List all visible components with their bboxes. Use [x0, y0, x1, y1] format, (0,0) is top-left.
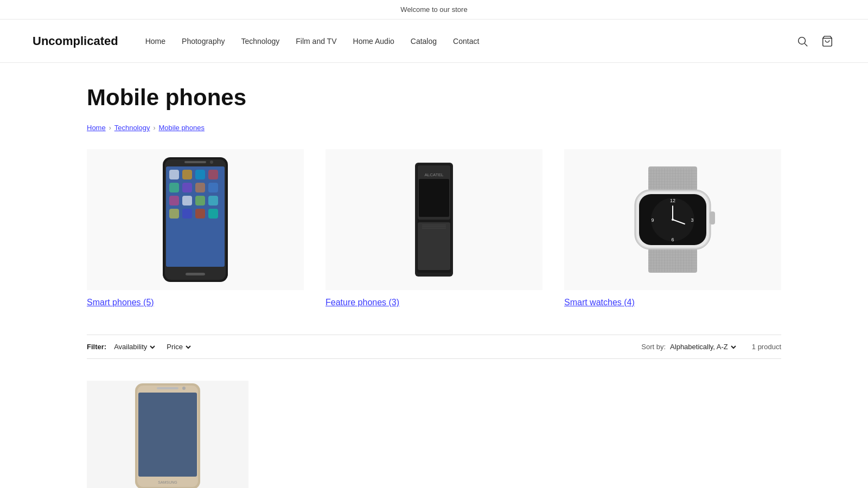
- category-featurephones: ALCATEL Feature phones (3): [326, 149, 542, 307]
- svg-text:12: 12: [670, 198, 675, 203]
- category-smartphones: Smart phones (5): [87, 149, 304, 307]
- chevron-down-icon-2: [185, 344, 192, 350]
- svg-rect-29: [419, 179, 449, 217]
- smartwatches-link[interactable]: Smart watches (4): [564, 298, 635, 307]
- sort-chevron-icon: [730, 344, 737, 350]
- smartwatches-image-wrapper: 12 3 6 9: [564, 149, 781, 290]
- sort-label: Sort by:: [641, 343, 666, 351]
- product-count: 1 product: [752, 343, 781, 351]
- availability-label: Availability: [114, 343, 147, 351]
- search-button[interactable]: [794, 33, 810, 49]
- svg-rect-7: [182, 170, 192, 179]
- smartphones-link[interactable]: Smart phones (5): [87, 298, 154, 307]
- breadcrumb: Home › Technology › Mobile phones: [87, 124, 781, 132]
- top-banner: Welcome to our store: [0, 0, 868, 20]
- cart-button[interactable]: [819, 33, 835, 49]
- svg-rect-12: [195, 183, 205, 192]
- svg-text:6: 6: [671, 237, 674, 242]
- svg-rect-13: [208, 183, 218, 192]
- svg-rect-15: [182, 196, 192, 206]
- availability-filter[interactable]: Availability: [114, 343, 156, 351]
- breadcrumb-mobile-phones[interactable]: Mobile phones: [158, 124, 205, 132]
- smartphones-image-wrapper: [87, 149, 304, 290]
- smartwatch-image: 12 3 6 9: [618, 165, 727, 274]
- featurephone-image: ALCATEL: [407, 160, 461, 279]
- svg-rect-8: [195, 170, 205, 179]
- svg-rect-30: [418, 222, 450, 270]
- svg-rect-96: [138, 393, 197, 477]
- category-grid: Smart phones (5) ALCATEL: [87, 149, 781, 307]
- cart-icon: [821, 35, 833, 47]
- svg-text:3: 3: [691, 217, 693, 223]
- main-nav: Home Photography Technology Film and TV …: [145, 37, 794, 46]
- main-content: Mobile phones Home › Technology › Mobile…: [54, 63, 814, 488]
- sort-value: Alphabetically, A-Z: [670, 343, 728, 351]
- header: Uncomplicated Home Photography Technolog…: [0, 20, 868, 63]
- nav-photography[interactable]: Photography: [182, 37, 225, 46]
- svg-rect-9: [208, 170, 218, 179]
- svg-rect-18: [169, 209, 179, 219]
- featurephones-link[interactable]: Feature phones (3): [326, 298, 399, 307]
- featurephones-image-wrapper: ALCATEL: [326, 149, 542, 290]
- svg-rect-20: [195, 209, 205, 219]
- svg-point-24: [210, 160, 213, 164]
- breadcrumb-sep-1: ›: [109, 124, 111, 132]
- category-smartwatches: 12 3 6 9 Smart watches (4): [564, 149, 781, 307]
- header-icons: [794, 33, 835, 49]
- svg-rect-98: [157, 387, 178, 389]
- svg-rect-85: [710, 211, 715, 224]
- nav-catalog[interactable]: Catalog: [411, 37, 437, 46]
- product-image: SAMSUNG: [124, 381, 211, 488]
- page-title: Mobile phones: [87, 85, 781, 111]
- svg-text:ALCATEL: ALCATEL: [425, 172, 444, 177]
- product-grid: SAMSUNG: [87, 381, 781, 488]
- nav-home-audio[interactable]: Home Audio: [353, 37, 394, 46]
- filter-label: Filter:: [87, 343, 106, 351]
- breadcrumb-home[interactable]: Home: [87, 124, 106, 132]
- filter-bar: Filter: Availability Price Sort by: Alph…: [87, 335, 781, 359]
- svg-rect-16: [195, 196, 205, 206]
- breadcrumb-sep-2: ›: [153, 124, 155, 132]
- nav-home[interactable]: Home: [145, 37, 165, 46]
- svg-point-93: [672, 219, 674, 221]
- svg-rect-11: [182, 183, 192, 192]
- nav-technology[interactable]: Technology: [241, 37, 279, 46]
- banner-text: Welcome to our store: [400, 5, 467, 14]
- svg-rect-6: [169, 170, 179, 179]
- sort-dropdown[interactable]: Alphabetically, A-Z: [670, 343, 737, 351]
- svg-rect-17: [208, 196, 218, 206]
- svg-point-0: [799, 37, 806, 44]
- smartphone-image: [152, 155, 239, 285]
- svg-point-99: [182, 387, 186, 390]
- nav-film-tv[interactable]: Film and TV: [296, 37, 336, 46]
- svg-text:SAMSUNG: SAMSUNG: [158, 480, 177, 484]
- svg-rect-23: [184, 161, 206, 163]
- svg-rect-10: [169, 183, 179, 192]
- svg-rect-14: [169, 196, 179, 206]
- sort-section: Sort by: Alphabetically, A-Z 1 product: [641, 343, 781, 351]
- search-icon: [796, 35, 808, 47]
- product-card-image: SAMSUNG: [87, 381, 248, 488]
- price-filter[interactable]: Price: [167, 343, 192, 351]
- site-logo[interactable]: Uncomplicated: [33, 34, 118, 48]
- chevron-down-icon: [149, 344, 156, 350]
- svg-rect-21: [208, 209, 218, 219]
- price-label: Price: [167, 343, 183, 351]
- svg-rect-22: [186, 273, 205, 275]
- svg-rect-19: [182, 209, 192, 219]
- breadcrumb-technology[interactable]: Technology: [114, 124, 150, 132]
- svg-text:9: 9: [651, 217, 654, 223]
- svg-line-1: [805, 43, 807, 46]
- nav-contact[interactable]: Contact: [453, 37, 479, 46]
